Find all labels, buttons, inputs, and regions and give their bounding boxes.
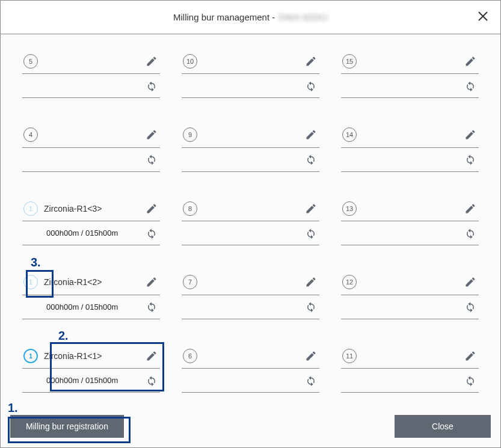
refresh-icon[interactable] xyxy=(305,80,317,92)
slot-number-badge: 7 xyxy=(183,275,197,289)
slot-row-name: 1Zirconia-R1<1> xyxy=(22,343,160,369)
pencil-icon[interactable] xyxy=(464,203,476,215)
refresh-icon[interactable] xyxy=(146,80,158,92)
slot-number-badge: 13 xyxy=(342,201,357,216)
register-button[interactable]: Milling bur registration xyxy=(10,415,124,438)
pencil-icon[interactable] xyxy=(146,203,158,215)
slot-row-name: 12 xyxy=(341,270,479,295)
pencil-icon[interactable] xyxy=(305,55,317,67)
pencil-icon[interactable] xyxy=(305,129,317,141)
slot-row-usage xyxy=(341,369,479,393)
bur-slot: 6 xyxy=(182,343,319,403)
refresh-icon[interactable] xyxy=(146,153,158,165)
title-model: DWX-52DCi xyxy=(278,12,328,22)
slot-number-badge: 11 xyxy=(342,349,357,363)
slot-number-badge: 15 xyxy=(342,54,357,69)
dialog-window: Milling bur management - DWX-52DCi 51015… xyxy=(0,0,501,448)
pencil-icon[interactable] xyxy=(464,276,476,288)
dialog-title: Milling bur management - DWX-52DCi xyxy=(173,12,328,22)
slot-row-name: 4 xyxy=(22,123,160,148)
pencil-icon[interactable] xyxy=(146,129,158,141)
bur-slot: 11 xyxy=(341,343,479,403)
title-prefix: Milling bur management - xyxy=(173,12,275,22)
bur-slot: 5 xyxy=(22,49,160,108)
bur-slot: 1Zirconia-R1<3>000h00m / 015h00m xyxy=(22,196,160,256)
bur-slot: 1Zirconia-R1<2>000h00m / 015h00m xyxy=(22,270,160,330)
bur-slot: 13 xyxy=(341,196,479,256)
pencil-icon[interactable] xyxy=(146,276,158,288)
refresh-icon[interactable] xyxy=(305,375,317,387)
slot-number-badge: 1 xyxy=(23,201,38,216)
bur-slot: 4 xyxy=(22,123,160,182)
slot-name-label: Zirconia-R1<3> xyxy=(44,204,140,213)
slot-row-name: 8 xyxy=(182,196,319,221)
slot-name-label: Zirconia-R1<2> xyxy=(44,277,140,287)
slot-number-badge: 1 xyxy=(23,349,38,363)
slot-row-name: 5 xyxy=(22,49,160,74)
slot-row-usage xyxy=(341,221,479,245)
pencil-icon[interactable] xyxy=(464,129,476,141)
close-button[interactable]: Close xyxy=(395,415,491,438)
slot-row-usage xyxy=(182,369,319,393)
slot-row-usage xyxy=(22,148,160,172)
refresh-icon[interactable] xyxy=(464,80,476,92)
slot-row-usage: 000h00m / 015h00m xyxy=(22,295,160,319)
slot-row-usage xyxy=(182,74,319,98)
slot-row-usage xyxy=(182,221,319,245)
slot-row-name: 15 xyxy=(341,49,479,74)
pencil-icon[interactable] xyxy=(305,203,317,215)
refresh-icon[interactable] xyxy=(146,227,158,239)
pencil-icon[interactable] xyxy=(305,350,317,362)
refresh-icon[interactable] xyxy=(305,227,317,239)
slot-row-usage xyxy=(182,148,319,172)
refresh-icon[interactable] xyxy=(146,301,158,313)
bur-slot: 1Zirconia-R1<1>000h00m / 015h00m xyxy=(22,343,160,403)
slot-row-name: 14 xyxy=(341,123,479,148)
pencil-icon[interactable] xyxy=(146,55,158,67)
usage-time-label: 000h00m / 015h00m xyxy=(46,302,138,311)
slot-number-badge: 10 xyxy=(183,54,197,69)
slot-row-name: 7 xyxy=(182,270,319,295)
slot-number-badge: 8 xyxy=(183,201,197,216)
dialog-header: Milling bur management - DWX-52DCi xyxy=(1,1,500,34)
refresh-icon[interactable] xyxy=(464,227,476,239)
slot-grid: 5101549141Zirconia-R1<3>000h00m / 015h00… xyxy=(1,34,500,405)
slot-row-name: 1Zirconia-R1<3> xyxy=(22,196,160,221)
close-icon[interactable] xyxy=(478,11,488,24)
slot-row-usage xyxy=(182,295,319,319)
usage-time-label: 000h00m / 015h00m xyxy=(46,376,138,385)
refresh-icon[interactable] xyxy=(464,375,476,387)
refresh-icon[interactable] xyxy=(464,153,476,165)
refresh-icon[interactable] xyxy=(305,301,317,313)
bur-slot: 10 xyxy=(182,49,319,108)
slot-number-badge: 14 xyxy=(342,127,357,142)
dialog-footer: Milling bur registration Close xyxy=(1,405,500,447)
slot-row-name: 11 xyxy=(341,343,479,369)
slot-number-badge: 5 xyxy=(23,54,38,69)
bur-slot: 12 xyxy=(341,270,479,330)
pencil-icon[interactable] xyxy=(464,350,476,362)
slot-number-badge: 1 xyxy=(23,275,38,289)
slot-row-usage xyxy=(341,148,479,172)
bur-slot: 9 xyxy=(182,123,319,182)
slot-row-name: 6 xyxy=(182,343,319,369)
slot-row-usage: 000h00m / 015h00m xyxy=(22,221,160,245)
bur-slot: 8 xyxy=(182,196,319,256)
slot-number-badge: 12 xyxy=(342,275,357,289)
pencil-icon[interactable] xyxy=(305,276,317,288)
refresh-icon[interactable] xyxy=(464,301,476,313)
usage-time-label: 000h00m / 015h00m xyxy=(46,229,138,238)
refresh-icon[interactable] xyxy=(305,153,317,165)
slot-row-usage: 000h00m / 015h00m xyxy=(22,369,160,393)
pencil-icon[interactable] xyxy=(464,55,476,67)
slot-row-usage xyxy=(341,74,479,98)
slot-row-usage xyxy=(341,295,479,319)
bur-slot: 14 xyxy=(341,123,479,182)
slot-number-badge: 6 xyxy=(183,349,197,363)
refresh-icon[interactable] xyxy=(146,375,158,387)
slot-row-usage xyxy=(22,74,160,98)
slot-name-label: Zirconia-R1<1> xyxy=(44,351,140,361)
bur-slot: 7 xyxy=(182,270,319,330)
slot-row-name: 9 xyxy=(182,123,319,148)
pencil-icon[interactable] xyxy=(146,350,158,362)
